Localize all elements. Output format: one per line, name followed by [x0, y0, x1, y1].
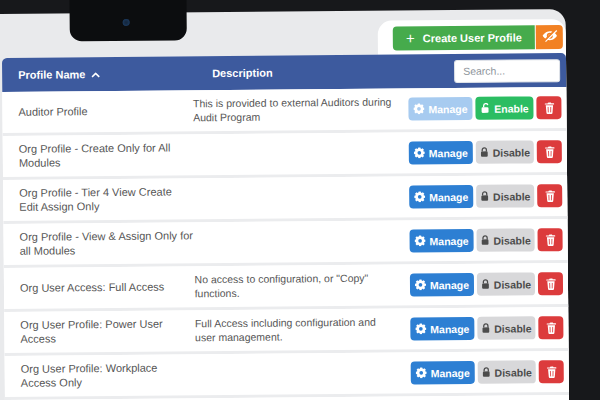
- gear-icon: [414, 191, 425, 202]
- lock-icon: [482, 367, 491, 378]
- lock-icon: [480, 191, 489, 202]
- trash-icon: [545, 278, 555, 290]
- table-row: Org Profile - Create Only for All Module…: [3, 131, 567, 180]
- screenshot-stage: + Create User Profile Profile Name: [0, 0, 600, 400]
- profile-name-cell: Org User Access: Full Access: [20, 280, 195, 295]
- manage-label: Manage: [429, 190, 468, 202]
- delete-button[interactable]: [537, 184, 562, 207]
- gear-icon: [413, 103, 424, 114]
- manage-button[interactable]: Manage: [411, 361, 475, 385]
- toggle-label: Disable: [494, 322, 531, 334]
- trash-icon: [545, 190, 555, 202]
- profile-name-cell: Org Profile - Tier 4 View Create Edit As…: [19, 185, 194, 214]
- trash-icon: [546, 322, 556, 334]
- lock-icon: [480, 147, 489, 158]
- enable-disable-button[interactable]: Disable: [477, 272, 535, 296]
- table-row: Org Profile - Tier 4 View Create Edit As…: [3, 175, 567, 224]
- sort-ascending-icon: [91, 68, 100, 80]
- enable-disable-button[interactable]: Disable: [477, 316, 535, 340]
- tilt-wrapper: + Create User Profile Profile Name: [0, 0, 600, 400]
- manage-label: Manage: [430, 322, 469, 334]
- toolbar: + Create User Profile: [378, 19, 566, 57]
- delete-button[interactable]: [537, 228, 562, 251]
- table-row: Org User Profile: Power User Access Full…: [4, 307, 568, 356]
- row-actions: Manage Disable: [409, 184, 562, 208]
- lock-icon: [481, 323, 490, 334]
- plus-icon: +: [406, 30, 415, 45]
- table-row: Org Profile - View & Assign Only for all…: [3, 219, 567, 268]
- manage-label: Manage: [429, 234, 468, 246]
- create-user-profile-button[interactable]: + Create User Profile: [393, 25, 535, 50]
- hide-columns-button[interactable]: [536, 25, 563, 49]
- camera-notch: [69, 0, 186, 41]
- manage-button[interactable]: Manage: [409, 229, 473, 253]
- trash-icon: [545, 234, 555, 246]
- table-body: Auditor Profile This is provided to exte…: [2, 87, 569, 400]
- delete-button[interactable]: [539, 360, 564, 383]
- profile-name-cell: Auditor Profile: [18, 104, 193, 119]
- user-profiles-table: Profile Name Description Auditor Profile…: [2, 53, 570, 400]
- profile-name-cell: Org Profile - View & Assign Only for all…: [19, 229, 194, 258]
- row-actions: Manage Enable: [408, 96, 561, 120]
- delete-button[interactable]: [536, 96, 561, 119]
- description-cell: Full Access including configuration and …: [195, 315, 411, 344]
- description-cell: No access to configuration, or "Copy" fu…: [194, 271, 410, 300]
- profile-name-cell: Org User Profile: Workplace Access Only: [21, 361, 196, 390]
- manage-label: Manage: [428, 102, 467, 114]
- enable-disable-button[interactable]: Disable: [476, 140, 534, 164]
- toggle-label: Disable: [493, 234, 530, 246]
- manage-button[interactable]: Manage: [409, 185, 473, 209]
- delete-button[interactable]: [538, 316, 563, 339]
- lock-icon: [480, 235, 489, 246]
- gear-icon: [415, 279, 426, 290]
- manage-button[interactable]: Manage: [410, 273, 474, 297]
- manage-label: Manage: [431, 366, 470, 378]
- manage-label: Manage: [429, 146, 468, 158]
- gear-icon: [416, 367, 427, 378]
- row-actions: Manage Disable: [410, 272, 563, 296]
- create-user-profile-label: Create User Profile: [423, 31, 522, 44]
- description-cell: [193, 153, 408, 155]
- profile-name-label: Profile Name: [18, 68, 85, 81]
- description-cell: [194, 241, 409, 243]
- gear-icon: [414, 235, 425, 246]
- row-actions: Manage Disable: [410, 316, 563, 340]
- table-header: Profile Name Description: [2, 53, 566, 92]
- profile-name-cell: Org Profile - Create Only for All Module…: [19, 141, 194, 170]
- toggle-label: Disable: [495, 366, 532, 378]
- column-header-description[interactable]: Description: [212, 65, 452, 79]
- description-cell: [195, 373, 410, 375]
- profile-name-cell: Org User Profile: Power User Access: [20, 317, 195, 346]
- eye-off-icon: [541, 29, 557, 45]
- enable-disable-button[interactable]: Enable: [475, 96, 533, 120]
- delete-button[interactable]: [537, 140, 562, 163]
- manage-label: Manage: [430, 278, 469, 290]
- table-row: Auditor Profile This is provided to exte…: [2, 87, 566, 136]
- description-cell: This is provided to external Auditors du…: [193, 95, 409, 124]
- front-camera-dot: [123, 19, 130, 26]
- toggle-label: Disable: [493, 146, 530, 158]
- delete-button[interactable]: [538, 272, 563, 295]
- table-row: Org User Profile: Workplace Access Only …: [5, 351, 569, 400]
- row-actions: Manage Disable: [409, 228, 562, 252]
- trash-icon: [544, 146, 554, 158]
- trash-icon: [544, 102, 554, 114]
- manage-button[interactable]: Manage: [410, 317, 474, 341]
- manage-button[interactable]: Manage: [408, 97, 472, 121]
- row-actions: Manage Disable: [409, 140, 562, 164]
- table-row: Org User Access: Full Access No access t…: [4, 263, 568, 312]
- toggle-label: Disable: [493, 190, 530, 202]
- trash-icon: [546, 366, 556, 378]
- gear-icon: [415, 323, 426, 334]
- search-input[interactable]: [454, 59, 560, 83]
- toggle-label: Enable: [494, 102, 529, 114]
- lock-icon: [481, 279, 490, 290]
- enable-disable-button[interactable]: Disable: [476, 184, 534, 208]
- gear-icon: [414, 147, 425, 158]
- unlock-icon: [480, 103, 490, 114]
- column-header-profile-name[interactable]: Profile Name: [18, 67, 212, 81]
- enable-disable-button[interactable]: Disable: [478, 360, 536, 384]
- enable-disable-button[interactable]: Disable: [476, 228, 534, 252]
- row-actions: Manage Disable: [411, 360, 564, 384]
- manage-button[interactable]: Manage: [409, 141, 473, 165]
